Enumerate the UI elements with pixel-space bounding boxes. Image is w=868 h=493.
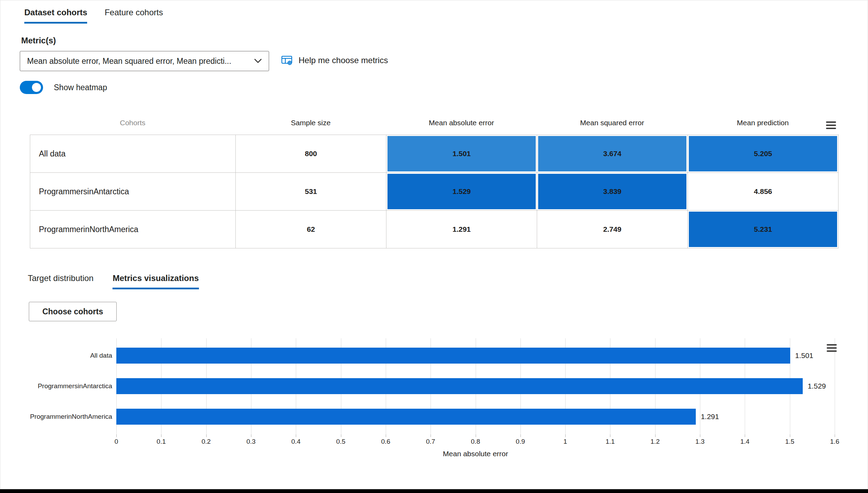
choose-cohorts-button[interactable]: Choose cohorts (29, 302, 117, 321)
x-tick-label: 0.9 (516, 438, 525, 445)
tick-mark (565, 434, 566, 437)
header-mean-absolute-error: Mean absolute error (386, 119, 537, 127)
metrics-field-label: Metric(s) (21, 36, 56, 45)
metric-heatmap-cell: 2.749 (537, 211, 688, 248)
bar-value-label: 1.291 (701, 413, 719, 421)
metric-heatmap-cell: 1.501 (386, 135, 537, 173)
table-row: ProgrammerinNorthAmerica621.2912.7495.23… (30, 211, 839, 248)
sample-size-cell: 800 (236, 135, 386, 173)
cohort-name-cell[interactable]: ProgrammerinNorthAmerica (30, 211, 236, 248)
metrics-dropdown-value: Mean absolute error, Mean squared error,… (27, 57, 254, 66)
heatmap-toggle-row: Show heatmap (20, 81, 107, 94)
tick-mark (520, 434, 521, 437)
x-tick-label: 1.5 (785, 438, 794, 445)
tab-feature-cohorts[interactable]: Feature cohorts (105, 8, 163, 24)
table-row: ProgrammersinAntarctica5311.5293.8394.85… (30, 173, 839, 211)
tab-target-distribution[interactable]: Target distribution (28, 273, 93, 289)
x-tick-label: 0.5 (336, 438, 345, 445)
sample-size-cell: 531 (236, 173, 386, 211)
metric-heatmap-cell: 4.856 (688, 173, 838, 211)
x-tick-label: 1.6 (830, 438, 839, 445)
x-tick-label: 0 (115, 438, 118, 445)
cohort-name-cell[interactable]: ProgrammersinAntarctica (30, 173, 236, 211)
bar-value-label: 1.529 (808, 382, 826, 390)
x-tick-label: 1 (564, 438, 567, 445)
metric-heatmap-cell: 5.231 (688, 211, 838, 248)
metrics-dropdown[interactable]: Mean absolute error, Mean squared error,… (20, 51, 269, 71)
cohort-type-tabs: Dataset cohorts Feature cohorts (24, 8, 163, 24)
cohort-table-header: Cohorts Sample size Mean absolute error … (30, 119, 838, 127)
tick-mark (161, 434, 161, 437)
y-axis-label: ProgrammerinNorthAmerica (30, 413, 112, 420)
help-choose-metrics-label: Help me choose metrics (299, 56, 388, 65)
metric-heatmap-cell: 3.674 (537, 135, 688, 173)
tick-mark (790, 434, 790, 437)
help-choose-metrics-link[interactable]: Help me choose metrics (281, 54, 388, 67)
cohort-name-cell[interactable]: All data (30, 135, 236, 173)
chart-menu-icon[interactable] (827, 344, 837, 352)
x-tick-label: 0.8 (471, 438, 480, 445)
tick-mark (386, 434, 386, 437)
metric-heatmap-cell: 3.839 (537, 173, 688, 211)
tick-mark (835, 434, 835, 437)
y-axis-label: All data (90, 352, 112, 359)
bar-chart-plot: 1.5011.5291.291 (116, 338, 835, 434)
x-tick-label: 0.1 (157, 438, 166, 445)
bar[interactable] (116, 409, 696, 425)
tab-metrics-visualizations[interactable]: Metrics visualizations (112, 273, 199, 289)
x-tick-label: 1.2 (651, 438, 660, 445)
tick-mark (700, 434, 700, 437)
header-cohorts: Cohorts (30, 119, 235, 127)
x-tick-label: 0.4 (291, 438, 300, 445)
y-axis-labels: All dataProgrammersinAntarcticaProgramme… (0, 338, 112, 434)
header-mean-prediction: Mean prediction (687, 119, 838, 127)
visualization-tabs: Target distribution Metrics visualizatio… (28, 273, 199, 289)
x-tick-label: 1.4 (740, 438, 749, 445)
table-menu-icon[interactable] (826, 121, 836, 129)
bottom-window-edge (0, 489, 868, 493)
metric-settings-icon (281, 54, 293, 67)
y-axis-label: ProgrammersinAntarctica (38, 382, 112, 390)
tick-mark (476, 434, 476, 437)
model-overview-panel: Dataset cohorts Feature cohorts Metric(s… (0, 0, 868, 493)
tick-mark (431, 434, 431, 437)
tab-dataset-cohorts[interactable]: Dataset cohorts (24, 8, 87, 24)
gridline (835, 338, 835, 434)
tick-mark (610, 434, 610, 437)
tick-mark (296, 434, 296, 437)
header-sample-size: Sample size (235, 119, 386, 127)
header-mean-squared-error: Mean squared error (537, 119, 687, 127)
metric-heatmap-cell: 1.291 (386, 211, 537, 248)
x-tick-label: 0.2 (201, 438, 210, 445)
sample-size-cell: 62 (236, 211, 386, 248)
metric-heatmap-cell: 1.529 (386, 173, 537, 211)
show-heatmap-label: Show heatmap (54, 83, 107, 92)
tick-mark (251, 434, 251, 437)
tick-mark (745, 434, 745, 437)
show-heatmap-toggle[interactable] (20, 81, 43, 94)
tick-mark (655, 434, 656, 437)
x-tick-label: 0.3 (247, 438, 256, 445)
tick-mark (206, 434, 207, 437)
x-axis-ticks: 00.10.20.30.40.50.60.70.80.911.11.21.31.… (116, 438, 835, 447)
x-tick-label: 1.3 (695, 438, 704, 445)
bar[interactable] (116, 348, 790, 364)
toggle-knob (32, 83, 41, 92)
chevron-down-icon (254, 59, 262, 63)
x-tick-label: 0.6 (381, 438, 390, 445)
x-axis-title: Mean absolute error (116, 450, 835, 458)
tick-mark (116, 434, 117, 437)
tick-mark (341, 434, 341, 437)
x-tick-label: 0.7 (426, 438, 435, 445)
metric-heatmap-cell: 5.205 (688, 135, 838, 173)
x-tick-label: 1.1 (606, 438, 615, 445)
bar-value-label: 1.501 (795, 351, 813, 360)
cohort-table: All data8001.5013.6745.205ProgrammersinA… (30, 135, 839, 248)
table-row: All data8001.5013.6745.205 (30, 135, 839, 173)
bar[interactable] (116, 378, 803, 394)
